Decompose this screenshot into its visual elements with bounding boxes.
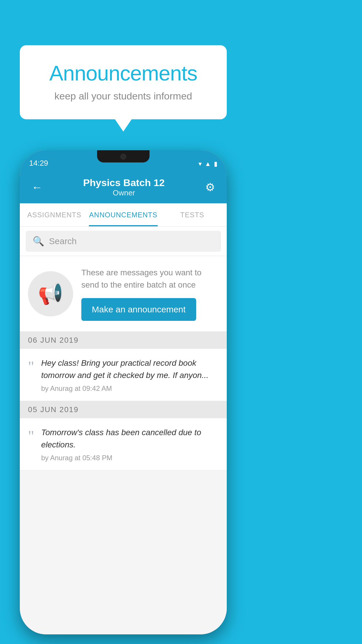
- quote-icon-1: ": [28, 359, 34, 374]
- quote-icon-2: ": [28, 429, 34, 444]
- phone-body: 14:29 ▾ ▲ ▮ ← Physics Batch 12 Owner ⚙: [20, 150, 227, 634]
- front-camera: [120, 154, 126, 160]
- app-header: ← Physics Batch 12 Owner ⚙: [20, 171, 227, 203]
- promo-card: 📢 These are messages you want to send to…: [20, 256, 227, 332]
- make-announcement-button[interactable]: Make an announcement: [81, 298, 196, 321]
- speech-bubble-title: Announcements: [37, 61, 209, 85]
- phone-frame: 14:29 ▾ ▲ ▮ ← Physics Batch 12 Owner ⚙: [20, 150, 227, 634]
- announcement-text-area-1: Hey class! Bring your practical record b…: [41, 357, 219, 393]
- announcement-icon: 📢: [38, 282, 63, 306]
- announcement-text-2: Tomorrow's class has been cancelled due …: [41, 426, 219, 451]
- search-icon: 🔍: [33, 236, 44, 247]
- search-placeholder: Search: [49, 236, 77, 246]
- screen: 14:29 ▾ ▲ ▮ ← Physics Batch 12 Owner ⚙: [20, 150, 227, 634]
- signal-icon: ▲: [205, 160, 211, 168]
- speech-bubble: Announcements keep all your students inf…: [20, 45, 227, 119]
- announcement-item-2[interactable]: " Tomorrow's class has been cancelled du…: [20, 418, 227, 470]
- search-bar-container: 🔍 Search: [20, 227, 227, 256]
- battery-icon: ▮: [214, 160, 217, 168]
- announcement-item-1[interactable]: " Hey class! Bring your practical record…: [20, 349, 227, 401]
- announcement-meta-1: by Anurag at 09:42 AM: [41, 384, 219, 393]
- date-label-2: 05 JUN 2019: [28, 405, 79, 414]
- date-label-1: 06 JUN 2019: [28, 336, 79, 345]
- notch: [97, 150, 150, 162]
- promo-description: These are messages you want to send to t…: [81, 267, 219, 291]
- settings-icon[interactable]: ⚙: [202, 178, 218, 197]
- date-separator-1: 06 JUN 2019: [20, 332, 227, 349]
- tab-announcements[interactable]: ANNOUNCEMENTS: [89, 203, 158, 226]
- announcement-text-area-2: Tomorrow's class has been cancelled due …: [41, 426, 219, 462]
- announcement-text-1: Hey class! Bring your practical record b…: [41, 357, 219, 382]
- header-title-area: Physics Batch 12 Owner: [45, 177, 202, 197]
- speech-bubble-container: Announcements keep all your students inf…: [20, 45, 227, 119]
- promo-right: These are messages you want to send to t…: [81, 267, 219, 321]
- tabs-bar: ASSIGNMENTS ANNOUNCEMENTS TESTS: [20, 203, 227, 227]
- announcement-meta-2: by Anurag at 05:48 PM: [41, 454, 219, 462]
- speech-bubble-subtitle: keep all your students informed: [37, 90, 209, 102]
- back-button[interactable]: ←: [29, 178, 45, 197]
- screen-content: 🔍 Search 📢 These are messages you want t…: [20, 227, 227, 634]
- tab-tests[interactable]: TESTS: [158, 203, 227, 226]
- wifi-icon: ▾: [198, 160, 202, 168]
- tab-assignments[interactable]: ASSIGNMENTS: [20, 203, 89, 226]
- date-separator-2: 05 JUN 2019: [20, 401, 227, 418]
- header-subtitle: Owner: [45, 188, 202, 197]
- promo-icon-circle: 📢: [28, 271, 73, 316]
- header-title: Physics Batch 12: [45, 177, 202, 188]
- search-bar[interactable]: 🔍 Search: [26, 231, 221, 252]
- status-icons: ▾ ▲ ▮: [198, 160, 217, 168]
